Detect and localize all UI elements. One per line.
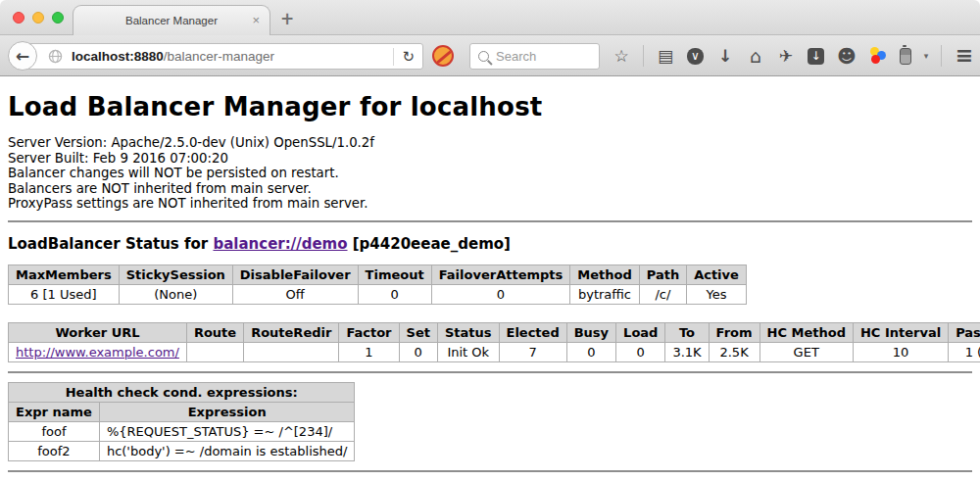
table-cell: hc('body') =~ /domain is established/ [99, 441, 355, 460]
server-version-line: Server Version: Apache/2.5.0-dev (Unix) … [8, 135, 972, 151]
urlbar-divider [393, 48, 394, 66]
column-header: Active [687, 265, 747, 284]
send-icon[interactable]: ✈ [777, 48, 795, 65]
column-header: Elected [499, 322, 566, 342]
bookmark-star-icon[interactable]: ☆ [612, 48, 630, 65]
table-cell: Off [232, 284, 358, 304]
table-cell: foof2 [9, 441, 100, 460]
table-cell: 6 [1 Used] [9, 284, 120, 304]
url-domain: localhost:8880 [72, 49, 164, 64]
table-cell: 10 [853, 342, 948, 361]
window-controls [13, 12, 64, 24]
table-cell: 7 [499, 342, 566, 361]
reload-button[interactable]: ↻ [402, 48, 415, 66]
table-cell: Init Ok [437, 342, 499, 361]
table-cell: /c/ [639, 284, 686, 304]
toolbar-divider [643, 45, 644, 67]
save-page-icon[interactable]: ↓ [808, 48, 824, 65]
menu-icon[interactable]: ≡ [955, 45, 972, 67]
divider [8, 220, 972, 222]
browser-window: Balancer Manager × + localhost:8880/bala… [0, 0, 980, 481]
table-cell: 2.5K [709, 342, 760, 361]
reading-list-icon[interactable]: ▤ [657, 48, 674, 65]
downloads-icon[interactable]: ↓ [716, 48, 734, 65]
heading-suffix: [p4420eeae_demo] [348, 235, 511, 253]
table-cell: (None) [119, 284, 232, 304]
worker-url-link[interactable]: http://www.example.com/ [16, 345, 179, 360]
column-header: Status [437, 322, 499, 342]
table-cell: %{REQUEST_STATUS} =~ /^[234]/ [99, 421, 355, 441]
column-header: Busy [566, 322, 615, 342]
table-cell: 3.1K [665, 342, 709, 361]
home-icon[interactable]: ⌂ [747, 47, 764, 66]
page-title: Load Balancer Manager for localhost [8, 92, 972, 121]
table-title: Health check cond. expressions: [9, 382, 355, 402]
pocket-icon[interactable]: ∨ [687, 48, 704, 65]
divider [8, 470, 972, 472]
column-header: Factor [339, 322, 399, 342]
back-button[interactable]: ← [8, 41, 37, 71]
table-row: 6 [1 Used](None)Off00bytraffic/c/Yes [9, 284, 747, 304]
balancer-params-table: MaxMembersStickySessionDisableFailoverTi… [8, 265, 747, 305]
server-info: Server Version: Apache/2.5.0-dev (Unix) … [8, 135, 972, 212]
column-header: Timeout [358, 265, 431, 284]
column-header: HC Interval [853, 322, 948, 342]
balancer-demo-link[interactable]: balancer://demo [213, 235, 347, 253]
column-header: Passes [949, 322, 980, 342]
table-cell: 0 [431, 284, 570, 304]
page-content: Load Balancer Manager for localhost Serv… [0, 76, 980, 472]
navigation-toolbar: localhost:8880/balancer-manager ↻ ← ☆ ▤ … [0, 35, 980, 76]
search-box [469, 43, 600, 70]
inherit-note-line: Balancers are NOT inherited from main se… [8, 181, 972, 197]
column-header: MaxMembers [9, 265, 120, 284]
column-header: Expression [99, 402, 355, 421]
table-cell: foof [9, 421, 100, 441]
column-header: StickySession [119, 265, 232, 284]
tab-close-icon[interactable]: × [252, 13, 260, 27]
column-header: FailoverAttempts [431, 265, 570, 284]
column-header: Worker URL [9, 322, 187, 342]
new-tab-button[interactable]: + [280, 9, 294, 28]
table-cell [244, 342, 339, 361]
search-icon [478, 51, 489, 62]
content-blocked-icon[interactable] [432, 45, 454, 67]
tab-title: Balancer Manager [125, 15, 218, 26]
url-path: /balancer-manager [164, 49, 274, 64]
minimize-window-button[interactable] [32, 12, 44, 24]
toolbar-divider [941, 45, 942, 67]
column-header: To [665, 322, 709, 342]
table-cell [186, 342, 243, 361]
zoom-window-button[interactable] [52, 12, 64, 24]
close-window-button[interactable] [13, 12, 24, 24]
column-header: Route [186, 322, 243, 342]
column-header: Expr name [9, 402, 100, 421]
workers-table: Worker URLRouteRouteRedirFactorSetStatus… [8, 322, 980, 362]
chat-smiley-icon[interactable]: ☻ [837, 47, 857, 66]
table-cell: 0 [566, 342, 615, 361]
url-bar[interactable]: localhost:8880/balancer-manager ↻ [24, 43, 423, 70]
titlebar: Balancer Manager × + [0, 0, 980, 35]
column-header: From [709, 322, 760, 342]
balancer-status-heading: LoadBalancer Status for balancer://demo … [8, 235, 972, 253]
heading-prefix: LoadBalancer Status for [8, 235, 213, 253]
column-header: Load [616, 322, 665, 342]
chevron-down-icon[interactable]: ▾ [924, 51, 929, 61]
search-input[interactable] [496, 49, 591, 64]
battery-addon-icon[interactable] [900, 48, 911, 65]
tab-balancer-manager[interactable]: Balancer Manager × [73, 5, 270, 35]
table-row: http://www.example.com/10Init Ok7003.1K2… [9, 342, 980, 361]
health-check-table: Health check cond. expressions:Expr name… [8, 382, 355, 461]
table-cell: GET [760, 342, 853, 361]
divider [8, 371, 972, 373]
column-header: Set [399, 322, 437, 342]
persist-note-line: Balancer changes will NOT be persisted o… [8, 166, 972, 181]
table-cell: Yes [687, 284, 747, 304]
proxypass-note-line: ProxyPass settings are NOT inherited fro… [8, 196, 972, 212]
table-cell: http://www.example.com/ [9, 342, 187, 361]
colors-addon-icon[interactable] [869, 47, 887, 65]
table-cell: 1 [339, 342, 399, 361]
globe-icon [48, 49, 63, 64]
table-row: foof%{REQUEST_STATUS} =~ /^[234]/ [9, 421, 355, 441]
table-cell: 0 [399, 342, 437, 361]
column-header: Path [639, 265, 686, 284]
